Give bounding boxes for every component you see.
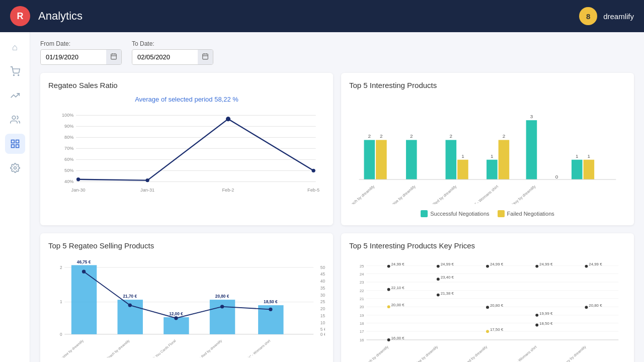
from-date-calendar-button[interactable] [106, 50, 121, 64]
svg-text:Scrapbook - Crimson Red by dre: Scrapbook - Crimson Red by dreamlify [175, 339, 223, 357]
svg-text:70%: 70% [64, 146, 73, 151]
legend-success-label: Successful Negotiations [430, 211, 489, 217]
svg-text:Scrapbook - Peach by dreamlify: Scrapbook - Peach by dreamlify [349, 184, 375, 204]
from-date-input[interactable] [41, 50, 106, 64]
svg-text:15 €: 15 € [320, 314, 325, 318]
svg-text:20,80 €: 20,80 € [589, 303, 602, 308]
sidebar-trends[interactable] [5, 85, 25, 106]
svg-text:Scrapbook - Peach by dreamlify: Scrapbook - Peach by dreamlify [349, 344, 389, 362]
svg-point-144 [535, 314, 538, 317]
svg-rect-3 [11, 140, 14, 143]
svg-point-148 [585, 265, 588, 268]
svg-point-7 [14, 167, 16, 169]
content-area: From Date: To Date: [30, 32, 644, 362]
svg-text:0 €: 0 € [320, 332, 325, 337]
svg-text:20 €: 20 € [320, 307, 325, 311]
svg-rect-12 [203, 54, 208, 59]
svg-point-0 [13, 75, 14, 76]
svg-rect-6 [16, 145, 19, 148]
svg-text:50 €: 50 € [320, 265, 325, 270]
svg-point-95 [220, 305, 224, 308]
svg-text:2: 2 [380, 133, 382, 139]
sidebar-cart[interactable] [5, 61, 25, 81]
svg-text:2: 2 [60, 265, 62, 270]
svg-point-138 [486, 306, 489, 309]
charts-grid: Regateo Sales Ratio Average of selected … [40, 73, 634, 362]
svg-text:17: 17 [360, 329, 364, 334]
svg-point-124 [387, 288, 390, 291]
sales-ratio-chart: Average of selected period 58,22 % 100% … [48, 96, 325, 205]
svg-rect-39 [376, 140, 387, 179]
date-filters: From Date: To Date: [40, 40, 634, 65]
svg-text:45 €: 45 € [320, 272, 325, 277]
sidebar-settings[interactable] [5, 158, 25, 178]
svg-point-146 [535, 324, 538, 327]
svg-point-130 [437, 265, 440, 268]
svg-text:24: 24 [360, 272, 364, 277]
header: R Analytics 8 dreamlify [0, 0, 644, 32]
svg-rect-42 [406, 140, 417, 179]
svg-text:Scrapbook - Navy by dreamlify: Scrapbook - Navy by dreamlify [545, 344, 587, 362]
sidebar-home[interactable]: ⌂ [5, 37, 25, 57]
legend-failed: Failed Negotiations [498, 210, 554, 217]
svg-rect-82 [71, 265, 97, 334]
svg-text:Scrapbook - Peach by dreamlify: Scrapbook - Peach by dreamlify [91, 339, 131, 357]
sidebar-users[interactable] [5, 110, 25, 130]
svg-text:"Today I Feel Flantastic" - Wo: "Today I Feel Flantastic" - Womans shirt [222, 339, 271, 357]
svg-rect-52 [526, 120, 537, 179]
page-title: Analytics [38, 10, 579, 23]
top5-interesting-card: Top 5 Interesting Products 2 2 [341, 73, 634, 225]
svg-rect-4 [16, 140, 19, 143]
svg-rect-45 [457, 160, 468, 179]
svg-point-140 [486, 330, 489, 333]
username: dreamlify [603, 12, 634, 21]
svg-point-2 [12, 116, 16, 120]
svg-text:90%: 90% [64, 124, 73, 129]
svg-text:30 €: 30 € [320, 293, 325, 298]
to-date-calendar-button[interactable] [198, 50, 213, 64]
svg-text:24,99 €: 24,99 € [391, 262, 405, 266]
sidebar: ⌂ [0, 32, 30, 362]
svg-text:1: 1 [491, 153, 493, 159]
svg-text:24,99 €: 24,99 € [441, 262, 454, 266]
svg-text:Jan-31: Jan-31 [140, 188, 154, 193]
sidebar-analytics[interactable] [5, 134, 25, 154]
svg-rect-44 [446, 140, 457, 179]
svg-text:1: 1 [60, 300, 62, 304]
svg-text:18,50 €: 18,50 € [539, 321, 553, 326]
svg-text:25: 25 [360, 264, 364, 268]
to-date-input[interactable] [132, 50, 198, 64]
svg-rect-49 [499, 140, 510, 179]
svg-text:25 €: 25 € [320, 300, 325, 304]
legend-success-dot [421, 210, 428, 217]
svg-text:Scrapbook - Light Turquoise by: Scrapbook - Light Turquoise by dreamlify [48, 339, 85, 357]
svg-rect-56 [584, 160, 595, 179]
svg-text:24,99 €: 24,99 € [539, 262, 553, 266]
sales-ratio-title: Regateo Sales Ratio [48, 81, 325, 89]
svg-text:20,80 €: 20,80 € [215, 294, 229, 299]
svg-text:23,40 €: 23,40 € [441, 275, 454, 280]
svg-text:20,80 €: 20,80 € [490, 303, 504, 308]
svg-text:Feb-2: Feb-2 [222, 188, 234, 193]
from-date-input-wrap [40, 49, 122, 65]
svg-text:5 €: 5 € [320, 327, 325, 332]
top5-key-prices-title: Top 5 Interesting Products Key Prices [349, 241, 626, 250]
svg-point-134 [437, 294, 440, 297]
svg-text:Scrapbook - Crimson Red by dre: Scrapbook - Crimson Red by dreamlify [437, 344, 489, 362]
svg-text:20: 20 [360, 305, 364, 309]
top5-key-prices-card: Top 5 Interesting Products Key Prices 25… [341, 233, 634, 362]
top5-selling-card: Top 5 Regateo Selling Products 2 1 0 50 … [40, 233, 333, 362]
svg-text:24,99 €: 24,99 € [589, 262, 602, 266]
from-date-group: From Date: [40, 40, 122, 65]
svg-text:1: 1 [588, 153, 590, 159]
svg-point-1 [18, 75, 19, 76]
svg-text:"Today I Feel Flantastic" - Wo: "Today I Feel Flantastic" - Womans shirt [485, 344, 538, 362]
svg-text:2: 2 [503, 133, 505, 139]
main-layout: ⌂ From Date: [0, 32, 644, 362]
to-date-input-wrap [132, 49, 213, 65]
top5-interesting-svg: 2 2 2 2 1 1 2 3 [349, 96, 626, 204]
svg-point-128 [387, 338, 390, 341]
svg-point-142 [535, 265, 538, 268]
svg-text:Jan-30: Jan-30 [71, 188, 86, 193]
svg-rect-55 [572, 160, 583, 179]
